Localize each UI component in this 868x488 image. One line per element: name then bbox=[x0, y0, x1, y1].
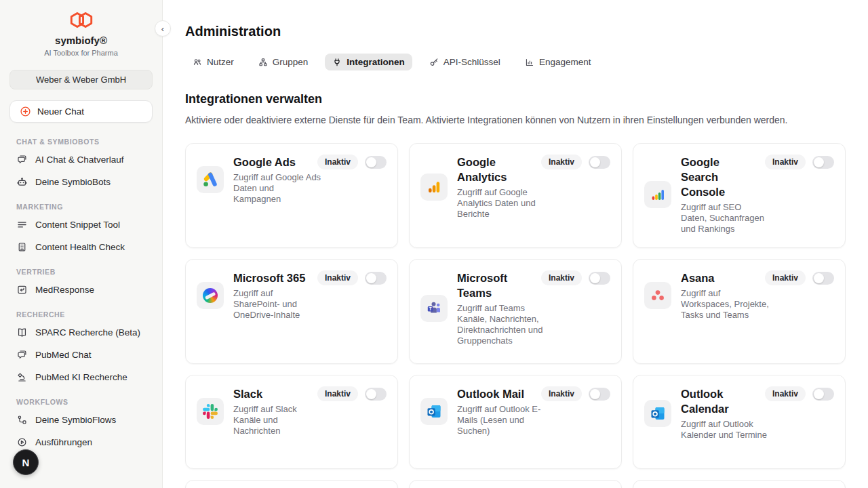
status-badge: Inaktiv bbox=[765, 386, 806, 401]
integration-toggle[interactable] bbox=[365, 388, 387, 401]
nav-section-label: WORKFLOWS bbox=[0, 388, 162, 409]
sidebar-collapse-button[interactable]: ‹ bbox=[155, 20, 171, 37]
integration-card-microsoft-365: Microsoft 365 Zugriff auf SharePoint- un… bbox=[185, 259, 398, 364]
text-lines-icon bbox=[16, 219, 28, 230]
brand-name: symbiofy® bbox=[0, 35, 162, 46]
status-badge: Inaktiv bbox=[765, 270, 806, 285]
toggle-knob bbox=[590, 273, 600, 283]
tab-label: Engagement bbox=[539, 57, 591, 67]
tab-label: Nutzer bbox=[207, 57, 234, 67]
toggle-knob bbox=[814, 273, 824, 283]
integration-card-outlook-mail: Outlook Mail Zugriff auf Outlook E-Mails… bbox=[409, 375, 622, 469]
sidebar-item-symbioflows[interactable]: Deine SymbioFlows bbox=[0, 409, 162, 431]
google-analytics-icon bbox=[420, 174, 448, 201]
integration-name: Asana bbox=[681, 270, 758, 285]
sidebar-item-medresponse[interactable]: MedResponse bbox=[0, 279, 162, 301]
sidebar-item-pubmed-chat[interactable]: PubMed Chat bbox=[0, 344, 162, 366]
hierarchy-icon bbox=[258, 58, 268, 67]
outlook-calendar-icon bbox=[644, 400, 671, 427]
nav-section-label: RECHERCHE bbox=[0, 301, 162, 321]
tab-gruppen[interactable]: Gruppen bbox=[251, 54, 316, 70]
sidebar-item-label: SPARC Recherche (Beta) bbox=[35, 327, 140, 338]
integration-name: Outlook Calendar bbox=[681, 386, 758, 416]
google-ads-icon bbox=[197, 166, 224, 193]
sidebar-item-content-snippet-tool[interactable]: Content Snippet Tool bbox=[0, 214, 162, 236]
play-circle-icon bbox=[16, 436, 28, 448]
tab-integrationen[interactable]: Integrationen bbox=[325, 54, 412, 70]
microscope-icon bbox=[16, 371, 28, 383]
brand-tagline: AI Toolbox for Pharma bbox=[0, 49, 162, 57]
sidebar-item-content-health-check[interactable]: Content Health Check bbox=[0, 236, 162, 258]
integration-description: Zugriff auf Google Ads Daten und Kampagn… bbox=[233, 172, 321, 205]
tab-engagement[interactable]: Engagement bbox=[517, 54, 599, 70]
tab-label: Gruppen bbox=[273, 57, 309, 67]
tab-label: Integrationen bbox=[347, 57, 405, 67]
users-icon bbox=[193, 58, 202, 67]
integration-description: Zugriff auf Outlook E-Mails (Lesen und S… bbox=[457, 404, 545, 436]
outlook-mail-icon bbox=[420, 398, 448, 425]
nav-section-label: MARKETING bbox=[0, 193, 162, 214]
integration-toggle[interactable] bbox=[365, 272, 387, 285]
sidebar-item-sparc-recherche[interactable]: SPARC Recherche (Beta) bbox=[0, 321, 162, 344]
plus-circle-icon bbox=[20, 106, 31, 117]
tab-label: API-Schlüssel bbox=[443, 57, 500, 67]
robot-icon bbox=[16, 176, 28, 188]
avatar-initial: N bbox=[22, 457, 30, 468]
integration-description: Zugriff auf SEO Daten, Suchanfragen und … bbox=[681, 202, 769, 235]
integration-name: Google Search Console bbox=[681, 155, 758, 199]
tab-nutzer[interactable]: Nutzer bbox=[185, 54, 241, 70]
integration-description: Zugriff auf Workspaces, Projekte, Tasks … bbox=[681, 288, 769, 321]
microsoft-365-icon bbox=[197, 282, 224, 309]
chevron-left-icon: ‹ bbox=[161, 24, 164, 34]
integration-name: Google Ads bbox=[233, 155, 311, 169]
reply-icon bbox=[16, 284, 28, 296]
sidebar-item-pubmed-ki-recherche[interactable]: PubMed KI Recherche bbox=[0, 366, 162, 388]
integration-toggle[interactable] bbox=[812, 272, 834, 285]
sidebar-item-label: Ausführungen bbox=[35, 437, 92, 447]
nav-section-label: VERTRIEB bbox=[0, 258, 162, 279]
sidebar-item-label: PubMed KI Recherche bbox=[35, 372, 127, 382]
integration-toggle[interactable] bbox=[589, 156, 610, 169]
integration-toggle[interactable] bbox=[589, 272, 610, 285]
new-chat-button[interactable]: Neuer Chat bbox=[9, 100, 153, 123]
integration-card-slack: Slack Zugriff auf Slack Kanäle und Nachr… bbox=[185, 375, 398, 469]
integration-name: Google Analytics bbox=[457, 155, 534, 184]
brand: symbiofy® AI Toolbox for Pharma bbox=[0, 9, 162, 57]
sidebar-item-symbiobots[interactable]: Deine SymbioBots bbox=[0, 171, 162, 193]
status-badge: Inaktiv bbox=[317, 386, 358, 401]
integration-name: Microsoft 365 bbox=[233, 270, 311, 285]
integration-name: Outlook Mail bbox=[457, 386, 534, 401]
integration-card-outlook-calendar: Outlook Calendar Zugriff auf Outlook Kal… bbox=[633, 375, 846, 469]
company-name: Weber & Weber GmbH bbox=[36, 75, 126, 85]
toggle-knob bbox=[814, 157, 824, 167]
integration-name: Slack bbox=[233, 386, 311, 401]
integration-toggle[interactable] bbox=[365, 156, 387, 169]
google-search-console-icon bbox=[644, 181, 671, 208]
section-description: Aktiviere oder deaktiviere externe Diens… bbox=[185, 115, 846, 125]
toggle-knob bbox=[590, 389, 600, 399]
integration-card-partial bbox=[409, 480, 622, 488]
microsoft-teams-icon: T bbox=[420, 295, 448, 322]
sidebar-item-label: Deine SymbioBots bbox=[35, 177, 111, 187]
status-badge: Inaktiv bbox=[541, 386, 582, 401]
integration-card-asana: Asana Zugriff auf Workspaces, Projekte, … bbox=[633, 259, 846, 364]
integration-toggle[interactable] bbox=[812, 388, 834, 401]
toggle-knob bbox=[590, 157, 600, 167]
integration-description: Zugriff auf Slack Kanäle und Nachrichten bbox=[233, 404, 321, 436]
page-title: Administration bbox=[185, 23, 846, 39]
symbiofy-logo-icon bbox=[68, 9, 94, 30]
book-icon bbox=[16, 327, 28, 338]
sidebar-item-ai-chat[interactable]: AI Chat & Chatverlauf bbox=[0, 148, 162, 171]
sidebar-item-label: AI Chat & Chatverlauf bbox=[35, 155, 124, 165]
integration-toggle[interactable] bbox=[812, 156, 834, 169]
integration-toggle[interactable] bbox=[589, 388, 610, 401]
company-selector[interactable]: Weber & Weber GmbH bbox=[9, 70, 153, 89]
integration-name: Microsoft Teams bbox=[457, 270, 534, 300]
tab-api-schluessel[interactable]: API-Schlüssel bbox=[422, 54, 508, 70]
integration-card-google-ads: Google Ads Zugriff auf Google Ads Daten … bbox=[185, 143, 398, 248]
toggle-knob bbox=[366, 273, 376, 283]
avatar[interactable]: N bbox=[13, 449, 39, 475]
integration-card-partial bbox=[633, 480, 846, 488]
integrations-grid: Google Ads Zugriff auf Google Ads Daten … bbox=[185, 143, 846, 488]
toggle-knob bbox=[366, 157, 376, 167]
